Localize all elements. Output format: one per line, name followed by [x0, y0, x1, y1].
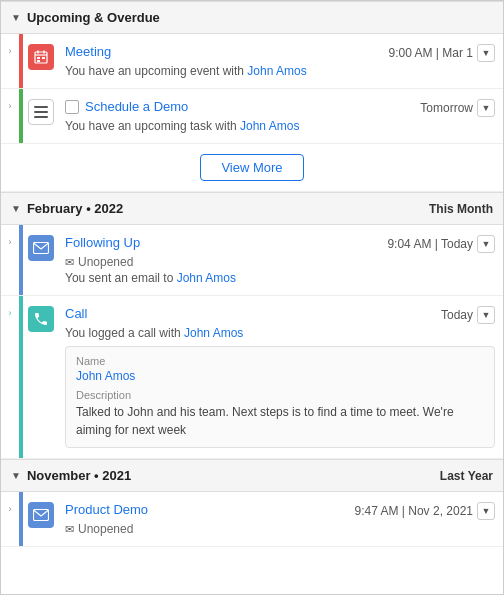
activity-title: Schedule a Demo — [65, 99, 188, 114]
meeting-icon — [28, 44, 54, 70]
list-item: › Following Up 9:04 AM | Today ▼ ✉ Unope… — [1, 225, 503, 296]
call-icon — [28, 306, 54, 332]
section-upcoming-overdue: ▼ Upcoming & Overdue — [1, 1, 503, 34]
contact-link[interactable]: John Amos — [247, 64, 306, 78]
activity-meta: Today ▼ — [441, 306, 495, 324]
email-small-icon: ✉ — [65, 256, 74, 269]
icon-wrap — [23, 492, 59, 546]
activity-meta: Tomorrow ▼ — [420, 99, 495, 117]
activity-meta: 9:04 AM | Today ▼ — [387, 235, 495, 253]
contact-link[interactable]: John Amos — [184, 326, 243, 340]
activity-content: Product Demo 9:47 AM | Nov 2, 2021 ▼ ✉ U… — [59, 492, 503, 546]
section-title: Upcoming & Overdue — [27, 10, 160, 25]
activity-sub: ✉ Unopened — [65, 255, 495, 269]
name-value[interactable]: John Amos — [76, 369, 484, 383]
chevron-down-icon[interactable]: ▼ — [11, 203, 21, 214]
list-item: › Product Demo 9:47 AM | Nov 2, 2021 ▼ ✉… — [1, 492, 503, 547]
list-item: › Call Today ▼ You logged a call with Jo… — [1, 296, 503, 459]
view-more-button[interactable]: View More — [200, 154, 303, 181]
svg-rect-5 — [37, 60, 40, 62]
name-label: Name — [76, 355, 484, 367]
section-title: February • 2022 — [27, 201, 123, 216]
dropdown-button[interactable]: ▼ — [477, 235, 495, 253]
email-icon — [28, 502, 54, 528]
desc-label: Description — [76, 389, 484, 401]
contact-link[interactable]: John Amos — [177, 271, 236, 285]
svg-rect-0 — [35, 52, 47, 63]
activity-sub: ✉ Unopened — [65, 522, 495, 536]
activity-content: Call Today ▼ You logged a call with John… — [59, 296, 503, 458]
task-checkbox[interactable] — [65, 100, 79, 114]
expand-button[interactable]: › — [1, 225, 19, 295]
section-title: November • 2021 — [27, 468, 131, 483]
dropdown-button[interactable]: ▼ — [477, 99, 495, 117]
activity-title[interactable]: Following Up — [65, 235, 140, 250]
svg-rect-9 — [34, 116, 48, 118]
activity-content: Following Up 9:04 AM | Today ▼ ✉ Unopene… — [59, 225, 503, 295]
dropdown-button[interactable]: ▼ — [477, 306, 495, 324]
list-item: › Schedule a Demo Tomorrow ▼ — [1, 89, 503, 144]
icon-wrap — [23, 225, 59, 295]
chevron-down-icon[interactable]: ▼ — [11, 470, 21, 481]
section-february-2022: ▼ February • 2022 This Month — [1, 192, 503, 225]
activity-meta: 9:47 AM | Nov 2, 2021 ▼ — [354, 502, 495, 520]
expand-button[interactable]: › — [1, 34, 19, 88]
expand-button[interactable]: › — [1, 89, 19, 143]
svg-rect-8 — [34, 111, 48, 113]
view-more-wrap: View More — [1, 144, 503, 192]
chevron-down-icon[interactable]: ▼ — [11, 12, 21, 23]
activity-desc: You have an upcoming task with John Amos — [65, 119, 495, 133]
contact-link[interactable]: John Amos — [240, 119, 299, 133]
activity-feed: ▼ Upcoming & Overdue › Meeting — [1, 1, 503, 547]
activity-desc: You logged a call with John Amos — [65, 326, 495, 340]
activity-desc: You have an upcoming event with John Amo… — [65, 64, 495, 78]
svg-rect-6 — [42, 57, 45, 59]
activity-title[interactable]: Product Demo — [65, 502, 148, 517]
svg-rect-7 — [34, 106, 48, 108]
task-icon — [28, 99, 54, 125]
section-badge: Last Year — [440, 469, 493, 483]
activity-desc: You sent an email to John Amos — [65, 271, 495, 285]
svg-rect-4 — [37, 57, 40, 59]
activity-meta: 9:00 AM | Mar 1 ▼ — [389, 44, 496, 62]
email-icon — [28, 235, 54, 261]
dropdown-button[interactable]: ▼ — [477, 502, 495, 520]
list-item: › Meeting 9:00 AM | Mar 1 ▼ — [1, 34, 503, 89]
section-badge: This Month — [429, 202, 493, 216]
expand-button[interactable]: › — [1, 492, 19, 546]
call-detail-box: Name John Amos Description Talked to Joh… — [65, 346, 495, 448]
desc-value: Talked to John and his team. Next steps … — [76, 403, 484, 439]
activity-title[interactable]: Call — [65, 306, 87, 321]
activity-content: Meeting 9:00 AM | Mar 1 ▼ You have an up… — [59, 34, 503, 88]
activity-title[interactable]: Meeting — [65, 44, 111, 59]
email-small-icon: ✉ — [65, 523, 74, 536]
icon-wrap — [23, 89, 59, 143]
icon-wrap — [23, 34, 59, 88]
section-november-2021: ▼ November • 2021 Last Year — [1, 459, 503, 492]
activity-content: Schedule a Demo Tomorrow ▼ You have an u… — [59, 89, 503, 143]
icon-wrap — [23, 296, 59, 458]
dropdown-button[interactable]: ▼ — [477, 44, 495, 62]
expand-button[interactable]: › — [1, 296, 19, 458]
